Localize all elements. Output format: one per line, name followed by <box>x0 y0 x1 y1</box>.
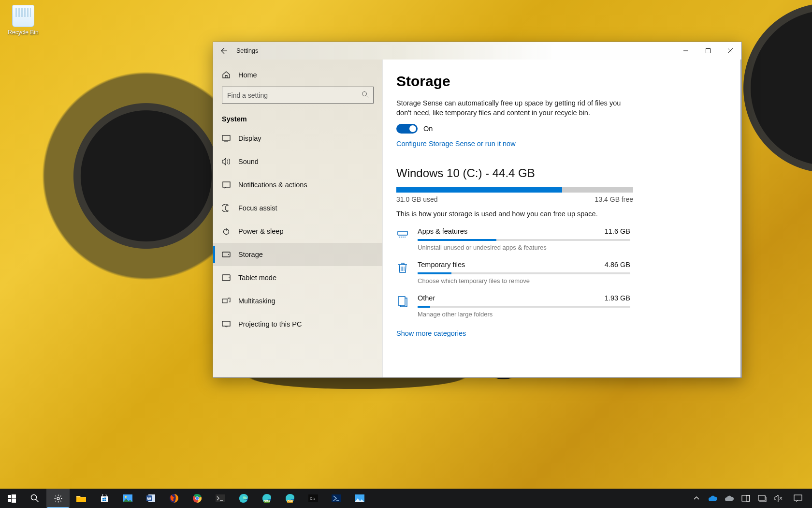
svg-point-1 <box>362 92 367 96</box>
svg-rect-22 <box>104 498 106 499</box>
storage-sense-description: Storage Sense can automatically free up … <box>396 98 624 118</box>
taskbar-chrome[interactable] <box>186 489 209 508</box>
back-button[interactable] <box>213 42 235 60</box>
display-icon <box>222 134 231 143</box>
sidebar: Home System Display Sound Notifications … <box>213 60 382 377</box>
nav-home[interactable]: Home <box>213 63 382 87</box>
svg-rect-34 <box>216 494 225 502</box>
drive-usage-fill <box>396 187 562 193</box>
configure-storage-sense-link[interactable]: Configure Storage Sense or run it now <box>396 140 516 148</box>
how-used-description: This is how your storage is used and how… <box>396 210 722 218</box>
titlebar[interactable]: Settings <box>213 42 741 60</box>
show-more-categories-link[interactable]: Show more categories <box>396 329 466 337</box>
nav-label: Storage <box>238 251 263 258</box>
category-apps-features[interactable]: Apps & features11.6 GB Uninstall unused … <box>396 227 722 251</box>
tray-volume-muted[interactable] <box>770 489 787 508</box>
category-temporary-files[interactable]: Temporary files4.86 GB Choose which temp… <box>396 261 722 284</box>
taskbar: W BETA CAN C:\ <box>0 489 812 508</box>
storage-sense-toggle[interactable] <box>396 124 418 134</box>
cat-hint: Manage other large folders <box>418 311 630 318</box>
svg-rect-14 <box>12 494 16 498</box>
nav-label: Tablet mode <box>238 274 276 282</box>
nav-multitasking[interactable]: Multitasking <box>213 289 382 313</box>
taskbar-firefox[interactable] <box>162 489 186 508</box>
taskbar-photos[interactable] <box>116 489 139 508</box>
nav-display[interactable]: Display <box>213 127 382 150</box>
search-button[interactable] <box>23 489 46 508</box>
nav-tablet-mode[interactable]: Tablet mode <box>213 266 382 289</box>
svg-rect-0 <box>706 49 710 53</box>
category-other[interactable]: Other1.93 GB Manage other large folders <box>396 294 722 318</box>
svg-point-6 <box>228 254 229 255</box>
tray-action-center[interactable] <box>787 489 809 508</box>
other-icon <box>396 295 409 308</box>
taskbar-powershell[interactable] <box>325 489 348 508</box>
svg-rect-9 <box>222 299 227 303</box>
taskbar-edge-beta[interactable]: BETA <box>255 489 278 508</box>
svg-rect-24 <box>104 500 106 501</box>
svg-rect-23 <box>102 500 104 501</box>
taskbar-edge-canary[interactable]: CAN <box>278 489 302 508</box>
nav-label: Multitasking <box>238 297 276 305</box>
taskbar-store[interactable] <box>93 489 116 508</box>
nav-home-label: Home <box>238 71 257 79</box>
search-wrap <box>213 87 382 108</box>
svg-rect-12 <box>398 297 405 305</box>
multitasking-icon <box>222 297 231 305</box>
start-button[interactable] <box>0 489 23 508</box>
svg-text:W: W <box>147 496 151 501</box>
tray-overflow[interactable] <box>688 489 705 508</box>
svg-text:CAN: CAN <box>288 500 293 503</box>
taskbar-file-explorer[interactable] <box>70 489 93 508</box>
tray-onedrive-2[interactable] <box>721 489 738 508</box>
tray-onedrive-1[interactable] <box>705 489 721 508</box>
taskbar-word[interactable]: W <box>139 489 162 508</box>
taskbar-terminal[interactable] <box>209 489 232 508</box>
svg-point-26 <box>125 496 127 498</box>
settings-window: Settings Home System Display Sou <box>213 42 742 378</box>
scrollbar[interactable] <box>740 60 741 377</box>
cat-size: 11.6 GB <box>605 227 630 235</box>
taskbar-cmd[interactable]: C:\ <box>302 489 325 508</box>
svg-rect-16 <box>12 498 16 503</box>
svg-text:BETA: BETA <box>263 500 270 503</box>
cat-bar <box>418 272 630 274</box>
show-desktop[interactable] <box>809 489 812 508</box>
maximize-button[interactable] <box>697 42 719 60</box>
nav-power-sleep[interactable]: Power & sleep <box>213 220 382 243</box>
nav-label: Sound <box>238 158 259 165</box>
taskbar-edge[interactable] <box>232 489 255 508</box>
nav-sound[interactable]: Sound <box>213 150 382 173</box>
nav-label: Display <box>238 134 261 142</box>
focus-assist-icon <box>222 204 231 212</box>
system-tray <box>688 489 812 508</box>
nav-label: Power & sleep <box>238 227 284 235</box>
tray-input-indicator[interactable] <box>738 489 754 508</box>
cat-bar <box>418 306 630 308</box>
taskbar-settings[interactable] <box>46 489 70 508</box>
svg-rect-21 <box>102 498 104 499</box>
minimize-button[interactable] <box>675 42 697 60</box>
nav-storage[interactable]: Storage <box>213 243 382 266</box>
power-icon <box>222 227 231 236</box>
toggle-state-label: On <box>423 125 433 133</box>
notifications-icon <box>222 180 231 189</box>
drive-usage-bar <box>396 187 633 193</box>
recycle-bin-art <box>12 5 34 27</box>
taskbar-paint[interactable] <box>348 489 371 508</box>
tray-network[interactable] <box>754 489 770 508</box>
svg-rect-2 <box>222 135 230 140</box>
close-button[interactable] <box>719 42 741 60</box>
sound-icon <box>222 157 231 166</box>
recycle-bin-icon[interactable]: Recycle Bin <box>5 5 42 36</box>
search-input[interactable] <box>222 87 374 104</box>
nav-notifications[interactable]: Notifications & actions <box>213 173 382 196</box>
window-buttons <box>675 42 741 60</box>
cat-hint: Uninstall unused or undesired apps & fea… <box>418 244 630 251</box>
svg-rect-13 <box>8 495 11 498</box>
nav-projecting[interactable]: Projecting to this PC <box>213 313 382 336</box>
nav-focus-assist[interactable]: Focus assist <box>213 196 382 220</box>
drive-title: Windows 10 (C:) - 44.4 GB <box>396 166 722 180</box>
svg-point-18 <box>57 497 59 499</box>
cat-hint: Choose which temporary files to remove <box>418 277 630 284</box>
